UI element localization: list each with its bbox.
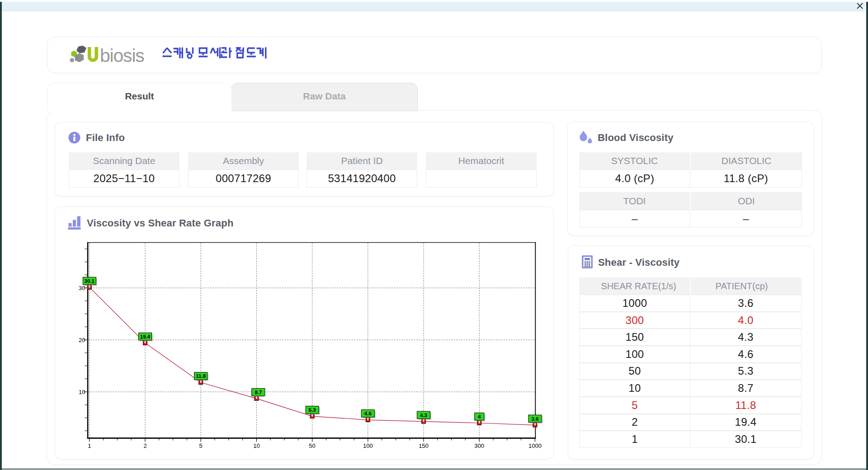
svg-text:4.3: 4.3 — [420, 413, 427, 418]
svg-text:150: 150 — [419, 442, 429, 449]
svg-text:20: 20 — [79, 337, 85, 343]
svg-text:10: 10 — [253, 442, 259, 449]
svg-text:19.4: 19.4 — [140, 334, 151, 339]
svg-text:1: 1 — [88, 442, 91, 449]
svg-text:5.3: 5.3 — [309, 407, 316, 413]
svg-text:3.6: 3.6 — [531, 416, 538, 422]
svg-text:300: 300 — [474, 442, 484, 449]
svg-text:2: 2 — [143, 442, 146, 449]
svg-text:10: 10 — [79, 389, 85, 395]
svg-text:100: 100 — [363, 442, 373, 449]
svg-text:biosis: biosis — [100, 45, 144, 66]
svg-text:4.6: 4.6 — [364, 411, 372, 416]
svg-text:30.1: 30.1 — [85, 278, 95, 284]
svg-text:11.8: 11.8 — [196, 373, 206, 379]
svg-text:5: 5 — [199, 442, 203, 449]
svg-text:50: 50 — [309, 442, 315, 449]
svg-text:8.7: 8.7 — [255, 390, 262, 395]
svg-text:1000: 1000 — [528, 442, 542, 449]
svg-text:4: 4 — [478, 414, 481, 419]
